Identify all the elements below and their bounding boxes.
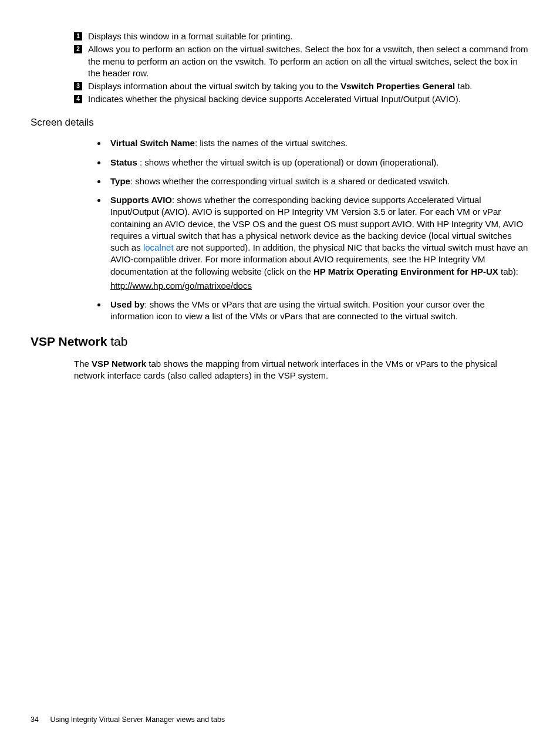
- list-item-text: Status : shows whether the virtual switc…: [110, 157, 529, 168]
- callout-item: 1Displays this window in a format suitab…: [74, 31, 529, 42]
- callout-number-icon: 2: [74, 45, 82, 53]
- page-footer: 34 Using Integrity Virtual Server Manage…: [31, 715, 225, 725]
- callout-number-icon: 3: [74, 82, 82, 90]
- list-item-text: Type: shows whether the corresponding vi…: [110, 175, 529, 187]
- callout-number-icon: 1: [74, 32, 82, 40]
- footer-chapter-title: Using Integrity Virtual Server Manager v…: [50, 715, 225, 724]
- callout-text: Displays this window in a format suitabl…: [88, 31, 529, 42]
- documentation-link[interactable]: http://www.hp.com/go/matrixoe/docs: [110, 280, 529, 292]
- callout-text: Displays information about the virtual s…: [88, 80, 529, 92]
- callout-number-icon: 4: [74, 95, 82, 103]
- numbered-callout-list: 1Displays this window in a format suitab…: [31, 31, 529, 106]
- heading-bold: VSP Network: [31, 335, 107, 348]
- list-item-text: Used by: shows the VMs or vPars that are…: [110, 299, 529, 323]
- callout-text: Indicates whether the physical backing d…: [88, 93, 529, 105]
- page-number: 34: [31, 715, 39, 725]
- list-item: Virtual Switch Name: lists the names of …: [107, 137, 529, 149]
- screen-details-bullets: Virtual Switch Name: lists the names of …: [31, 137, 529, 322]
- list-item: Used by: shows the VMs or vPars that are…: [107, 299, 529, 323]
- list-item-text: Virtual Switch Name: lists the names of …: [110, 137, 529, 149]
- list-item: Supports AVIO: shows whether the corresp…: [107, 194, 529, 292]
- list-item: Status : shows whether the virtual switc…: [107, 157, 529, 168]
- heading-rest: tab: [107, 335, 127, 348]
- callout-text: Allows you to perform an action on the v…: [88, 43, 529, 79]
- document-page: 1Displays this window in a format suitab…: [0, 0, 560, 400]
- list-item-text: Supports AVIO: shows whether the corresp…: [110, 194, 529, 278]
- callout-item: 3Displays information about the virtual …: [74, 80, 529, 92]
- list-item: Type: shows whether the corresponding vi…: [107, 175, 529, 187]
- screen-details-heading: Screen details: [31, 116, 529, 130]
- vsp-network-paragraph: The VSP Network tab shows the mapping fr…: [31, 358, 529, 382]
- vsp-network-tab-heading: VSP Network tab: [31, 333, 529, 350]
- callout-item: 4Indicates whether the physical backing …: [74, 93, 529, 105]
- callout-item: 2Allows you to perform an action on the …: [74, 43, 529, 79]
